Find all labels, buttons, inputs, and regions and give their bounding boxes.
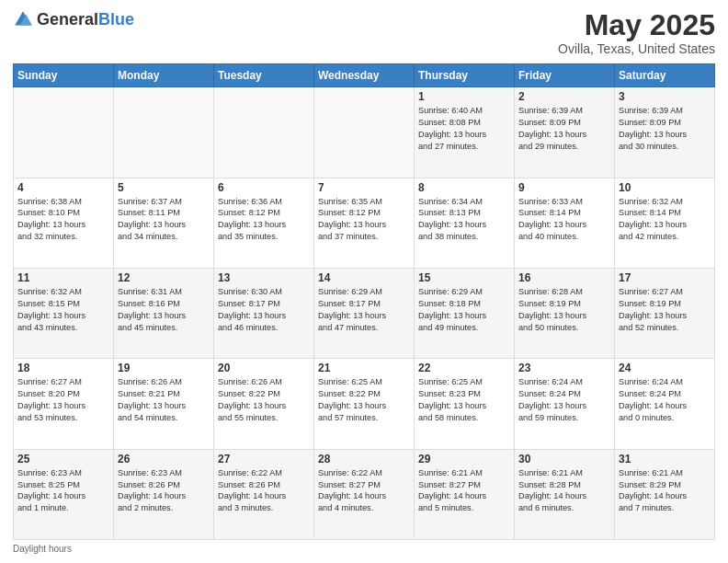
- month-year: May 2025: [558, 9, 715, 41]
- week-row-4: 18Sunrise: 6:27 AM Sunset: 8:20 PM Dayli…: [14, 359, 715, 449]
- day-number: 16: [518, 271, 610, 284]
- day-number: 26: [118, 453, 210, 465]
- day-number: 6: [218, 181, 310, 194]
- day-number: 24: [619, 362, 711, 374]
- day-number: 1: [418, 90, 510, 103]
- day-info: Sunrise: 6:35 AM Sunset: 8:12 PM Dayligh…: [318, 196, 410, 244]
- calendar-cell: 13Sunrise: 6:30 AM Sunset: 8:17 PM Dayli…: [214, 268, 314, 358]
- day-header-tuesday: Tuesday: [214, 64, 314, 87]
- calendar-cell: 4Sunrise: 6:38 AM Sunset: 8:10 PM Daylig…: [14, 178, 114, 268]
- day-header-wednesday: Wednesday: [314, 64, 415, 87]
- daylight-hours-label: Daylight hours: [13, 544, 72, 554]
- day-header-saturday: Saturday: [615, 64, 715, 87]
- day-header-monday: Monday: [114, 64, 214, 87]
- calendar-header: SundayMondayTuesdayWednesdayThursdayFrid…: [14, 64, 715, 87]
- calendar-cell: [14, 87, 114, 178]
- day-info: Sunrise: 6:34 AM Sunset: 8:13 PM Dayligh…: [418, 196, 510, 244]
- day-info: Sunrise: 6:25 AM Sunset: 8:22 PM Dayligh…: [318, 376, 410, 424]
- day-number: 20: [218, 362, 310, 374]
- calendar-cell: 8Sunrise: 6:34 AM Sunset: 8:13 PM Daylig…: [415, 178, 515, 268]
- day-number: 27: [218, 453, 310, 465]
- calendar-cell: 31Sunrise: 6:21 AM Sunset: 8:29 PM Dayli…: [615, 449, 715, 539]
- day-info: Sunrise: 6:24 AM Sunset: 8:24 PM Dayligh…: [619, 376, 711, 424]
- day-number: 22: [418, 362, 510, 374]
- day-info: Sunrise: 6:28 AM Sunset: 8:19 PM Dayligh…: [518, 286, 610, 334]
- day-number: 15: [418, 271, 510, 284]
- day-info: Sunrise: 6:24 AM Sunset: 8:24 PM Dayligh…: [518, 376, 610, 424]
- calendar-cell: [114, 87, 214, 178]
- day-number: 23: [518, 362, 610, 374]
- day-info: Sunrise: 6:25 AM Sunset: 8:23 PM Dayligh…: [418, 376, 510, 424]
- day-info: Sunrise: 6:38 AM Sunset: 8:10 PM Dayligh…: [17, 196, 109, 244]
- calendar-cell: 22Sunrise: 6:25 AM Sunset: 8:23 PM Dayli…: [415, 359, 515, 449]
- day-number: 12: [118, 271, 210, 284]
- day-info: Sunrise: 6:37 AM Sunset: 8:11 PM Dayligh…: [118, 196, 210, 244]
- logo-icon: [13, 9, 33, 29]
- calendar-cell: 1Sunrise: 6:40 AM Sunset: 8:08 PM Daylig…: [415, 87, 515, 178]
- day-info: Sunrise: 6:22 AM Sunset: 8:26 PM Dayligh…: [218, 467, 310, 515]
- calendar-cell: 14Sunrise: 6:29 AM Sunset: 8:17 PM Dayli…: [314, 268, 415, 358]
- day-info: Sunrise: 6:26 AM Sunset: 8:21 PM Dayligh…: [118, 376, 210, 424]
- day-number: 9: [518, 181, 610, 194]
- day-info: Sunrise: 6:32 AM Sunset: 8:15 PM Dayligh…: [17, 286, 109, 334]
- day-header-thursday: Thursday: [415, 64, 515, 87]
- day-number: 7: [318, 181, 410, 194]
- logo: GeneralBlue: [13, 9, 134, 29]
- calendar-cell: 11Sunrise: 6:32 AM Sunset: 8:15 PM Dayli…: [14, 268, 114, 358]
- week-row-1: 1Sunrise: 6:40 AM Sunset: 8:08 PM Daylig…: [14, 87, 715, 178]
- day-number: 3: [619, 90, 711, 103]
- footer-note: Daylight hours: [13, 544, 715, 554]
- logo-general: General: [37, 10, 98, 29]
- calendar-cell: 17Sunrise: 6:27 AM Sunset: 8:19 PM Dayli…: [615, 268, 715, 358]
- calendar-cell: 28Sunrise: 6:22 AM Sunset: 8:27 PM Dayli…: [314, 449, 415, 539]
- calendar-cell: 19Sunrise: 6:26 AM Sunset: 8:21 PM Dayli…: [114, 359, 214, 449]
- calendar-cell: 20Sunrise: 6:26 AM Sunset: 8:22 PM Dayli…: [214, 359, 314, 449]
- day-info: Sunrise: 6:27 AM Sunset: 8:19 PM Dayligh…: [619, 286, 711, 334]
- calendar-cell: 10Sunrise: 6:32 AM Sunset: 8:14 PM Dayli…: [615, 178, 715, 268]
- calendar-cell: 25Sunrise: 6:23 AM Sunset: 8:25 PM Dayli…: [14, 449, 114, 539]
- day-info: Sunrise: 6:21 AM Sunset: 8:28 PM Dayligh…: [518, 467, 610, 515]
- week-row-3: 11Sunrise: 6:32 AM Sunset: 8:15 PM Dayli…: [14, 268, 715, 358]
- day-info: Sunrise: 6:39 AM Sunset: 8:09 PM Dayligh…: [518, 105, 610, 153]
- calendar-cell: 29Sunrise: 6:21 AM Sunset: 8:27 PM Dayli…: [415, 449, 515, 539]
- calendar-cell: 27Sunrise: 6:22 AM Sunset: 8:26 PM Dayli…: [214, 449, 314, 539]
- day-number: 8: [418, 181, 510, 194]
- calendar-cell: 12Sunrise: 6:31 AM Sunset: 8:16 PM Dayli…: [114, 268, 214, 358]
- day-info: Sunrise: 6:40 AM Sunset: 8:08 PM Dayligh…: [418, 105, 510, 153]
- calendar-cell: [314, 87, 415, 178]
- day-header-friday: Friday: [515, 64, 615, 87]
- calendar-table: SundayMondayTuesdayWednesdayThursdayFrid…: [13, 63, 715, 540]
- day-number: 5: [118, 181, 210, 194]
- day-number: 31: [619, 453, 711, 465]
- day-info: Sunrise: 6:21 AM Sunset: 8:27 PM Dayligh…: [418, 467, 510, 515]
- day-number: 19: [118, 362, 210, 374]
- day-number: 25: [17, 453, 109, 465]
- day-info: Sunrise: 6:30 AM Sunset: 8:17 PM Dayligh…: [218, 286, 310, 334]
- page: GeneralBlue May 2025 Ovilla, Texas, Unit…: [0, 0, 728, 563]
- day-number: 21: [318, 362, 410, 374]
- header-row: SundayMondayTuesdayWednesdayThursdayFrid…: [14, 64, 715, 87]
- day-info: Sunrise: 6:26 AM Sunset: 8:22 PM Dayligh…: [218, 376, 310, 424]
- day-info: Sunrise: 6:29 AM Sunset: 8:18 PM Dayligh…: [418, 286, 510, 334]
- day-info: Sunrise: 6:22 AM Sunset: 8:27 PM Dayligh…: [318, 467, 410, 515]
- day-info: Sunrise: 6:23 AM Sunset: 8:26 PM Dayligh…: [118, 467, 210, 515]
- header: GeneralBlue May 2025 Ovilla, Texas, Unit…: [13, 9, 715, 56]
- day-number: 30: [518, 453, 610, 465]
- day-number: 2: [518, 90, 610, 103]
- day-number: 29: [418, 453, 510, 465]
- calendar-cell: 16Sunrise: 6:28 AM Sunset: 8:19 PM Dayli…: [515, 268, 615, 358]
- day-info: Sunrise: 6:39 AM Sunset: 8:09 PM Dayligh…: [619, 105, 711, 153]
- logo-text: GeneralBlue: [37, 10, 134, 29]
- calendar-cell: 5Sunrise: 6:37 AM Sunset: 8:11 PM Daylig…: [114, 178, 214, 268]
- day-number: 28: [318, 453, 410, 465]
- calendar-cell: 2Sunrise: 6:39 AM Sunset: 8:09 PM Daylig…: [515, 87, 615, 178]
- calendar-cell: 15Sunrise: 6:29 AM Sunset: 8:18 PM Dayli…: [415, 268, 515, 358]
- day-info: Sunrise: 6:29 AM Sunset: 8:17 PM Dayligh…: [318, 286, 410, 334]
- day-number: 18: [17, 362, 109, 374]
- day-info: Sunrise: 6:23 AM Sunset: 8:25 PM Dayligh…: [17, 467, 109, 515]
- week-row-5: 25Sunrise: 6:23 AM Sunset: 8:25 PM Dayli…: [14, 449, 715, 539]
- logo-blue: Blue: [98, 10, 134, 29]
- calendar-cell: [214, 87, 314, 178]
- calendar-cell: 24Sunrise: 6:24 AM Sunset: 8:24 PM Dayli…: [615, 359, 715, 449]
- calendar-cell: 23Sunrise: 6:24 AM Sunset: 8:24 PM Dayli…: [515, 359, 615, 449]
